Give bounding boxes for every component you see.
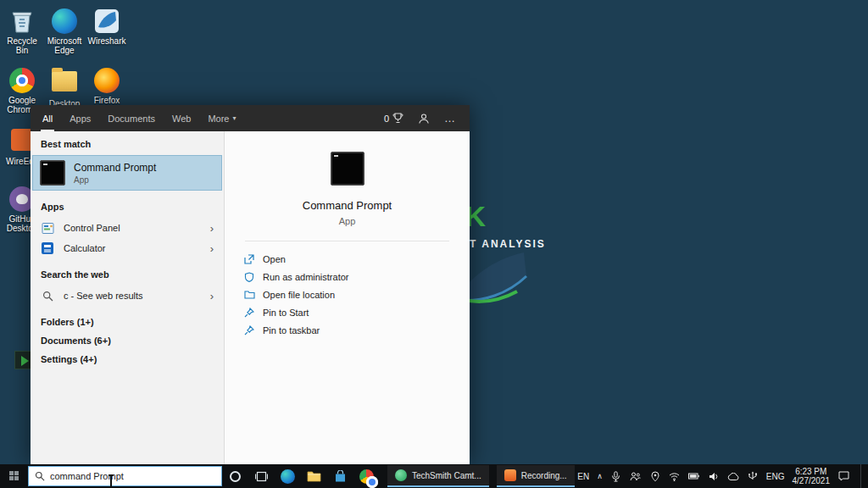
tab-label: Documents	[108, 114, 155, 124]
cortana-button[interactable]	[222, 464, 248, 488]
volume-icon[interactable]	[708, 470, 720, 482]
input-language-short[interactable]: EN	[577, 472, 589, 481]
usb-icon[interactable]	[747, 470, 759, 482]
taskbar: TechSmith Camt... Recording... EN ∧	[0, 464, 868, 488]
result-label: Control Panel	[64, 223, 120, 233]
best-match-subtitle: App	[74, 175, 156, 185]
pin-icon	[243, 324, 255, 336]
result-label: c - See web results	[64, 291, 143, 301]
action-run-as-administrator[interactable]: Run as administrator	[243, 268, 470, 286]
result-web-search[interactable]: c - See web results ›	[31, 286, 224, 306]
group-label: Settings (4+)	[41, 354, 97, 364]
search-tabs: All Apps Documents Web More ▾	[31, 105, 244, 131]
pin-icon	[243, 307, 255, 319]
cortana-icon	[230, 471, 241, 482]
trophy-icon	[392, 113, 403, 124]
action-label: Pin to taskbar	[263, 325, 320, 336]
tab-documents[interactable]: Documents	[99, 105, 164, 131]
search-results-pane: Best match Command Prompt App Apps Contr…	[31, 131, 225, 464]
best-match-header: Best match	[31, 131, 224, 155]
account-icon[interactable]	[418, 113, 430, 125]
search-icon	[41, 289, 54, 302]
show-desktop-button[interactable]	[860, 464, 865, 488]
shield-icon	[243, 271, 255, 283]
taskbar-window-recording[interactable]: Recording...	[497, 465, 575, 487]
command-prompt-icon-large	[331, 152, 364, 186]
tab-label: All	[42, 114, 53, 124]
folder-icon	[243, 289, 255, 301]
tab-apps[interactable]: Apps	[61, 105, 99, 131]
tab-label: Web	[172, 114, 191, 124]
command-prompt-icon	[40, 160, 65, 186]
preview-subtitle: App	[225, 216, 470, 226]
caret-down-icon: ▾	[232, 114, 236, 122]
action-center-icon[interactable]	[837, 470, 849, 482]
action-pin-to-start[interactable]: Pin to Start	[243, 303, 470, 321]
action-open-file-location[interactable]: Open file location	[243, 286, 470, 303]
chevron-right-icon: ›	[210, 242, 214, 255]
desktop-icon-recycle-bin[interactable]: Recycle Bin	[0, 8, 44, 55]
action-open[interactable]: Open	[243, 250, 470, 268]
best-match-title: Command Prompt	[74, 162, 156, 174]
group-settings[interactable]: Settings (4+)	[31, 350, 224, 369]
onedrive-icon[interactable]	[727, 470, 739, 482]
battery-icon[interactable]	[688, 470, 700, 482]
taskbar-file-explorer-button[interactable]	[301, 464, 327, 488]
task-view-button[interactable]	[248, 464, 275, 488]
action-pin-to-taskbar[interactable]: Pin to taskbar	[243, 321, 470, 339]
input-language[interactable]: ENG	[766, 472, 785, 481]
edge-icon	[281, 469, 295, 484]
rewards-button[interactable]: 0	[384, 113, 403, 124]
taskbar-chrome-button[interactable]	[353, 464, 380, 488]
system-tray: EN ∧	[577, 464, 868, 488]
best-match-item[interactable]: Command Prompt App	[32, 155, 222, 191]
mic-icon[interactable]	[610, 470, 622, 482]
apps-header: Apps	[31, 191, 224, 218]
result-calculator[interactable]: Calculator ›	[31, 238, 224, 258]
search-input[interactable]	[50, 471, 207, 481]
desktop-icon-label: Recycle Bin	[0, 36, 44, 55]
calculator-icon	[41, 241, 54, 255]
action-label: Open	[263, 254, 286, 264]
desktop-icon-wireshark[interactable]: Wireshark	[85, 8, 129, 46]
tab-more[interactable]: More ▾	[199, 105, 244, 131]
recycle-bin-icon	[9, 8, 35, 34]
window-button-label: TechSmith Camt...	[412, 471, 481, 480]
taskbar-clock[interactable]: 6:23 PM 4/27/2021	[793, 467, 831, 485]
taskbar-window-techsmith[interactable]: TechSmith Camt...	[387, 465, 489, 487]
action-label: Pin to Start	[263, 308, 309, 318]
desktop: RK T ANALYSIS Recycle Bin Microsoft Edge…	[0, 0, 868, 488]
taskbar-store-button[interactable]	[327, 464, 353, 488]
window-button-label: Recording...	[521, 471, 567, 480]
desktop-icon-microsoft-edge[interactable]: Microsoft Edge	[42, 8, 86, 55]
edge-icon	[52, 8, 77, 34]
action-label: Open file location	[263, 290, 335, 300]
group-documents[interactable]: Documents (6+)	[31, 331, 224, 350]
people-icon[interactable]	[630, 470, 642, 482]
clock-date: 4/27/2021	[793, 476, 831, 485]
hidden-icons-chevron[interactable]: ∧	[597, 472, 603, 480]
store-icon	[334, 470, 347, 483]
wifi-icon[interactable]	[669, 470, 681, 482]
taskbar-edge-button[interactable]	[275, 464, 301, 488]
start-button[interactable]	[0, 464, 28, 488]
tab-all[interactable]: All	[34, 105, 61, 131]
folder-icon	[52, 71, 77, 97]
firefox-icon	[94, 68, 120, 93]
preview-title: Command Prompt	[225, 199, 470, 212]
text-cursor	[110, 475, 112, 486]
rewards-count: 0	[384, 114, 389, 124]
camtasia-icon	[395, 469, 407, 481]
result-control-panel[interactable]: Control Panel ›	[31, 218, 224, 238]
chrome-icon	[9, 68, 35, 93]
search-preview-pane: Command Prompt App Open	[225, 131, 470, 464]
more-options-icon[interactable]: …	[444, 112, 456, 125]
task-view-icon	[255, 470, 268, 483]
windows-logo-icon	[9, 471, 19, 481]
file-explorer-icon	[307, 470, 321, 482]
group-folders[interactable]: Folders (1+)	[31, 313, 224, 331]
location-icon[interactable]	[649, 470, 661, 482]
tab-web[interactable]: Web	[164, 105, 199, 131]
taskbar-search-box[interactable]	[28, 466, 222, 486]
chrome-icon	[359, 469, 374, 484]
